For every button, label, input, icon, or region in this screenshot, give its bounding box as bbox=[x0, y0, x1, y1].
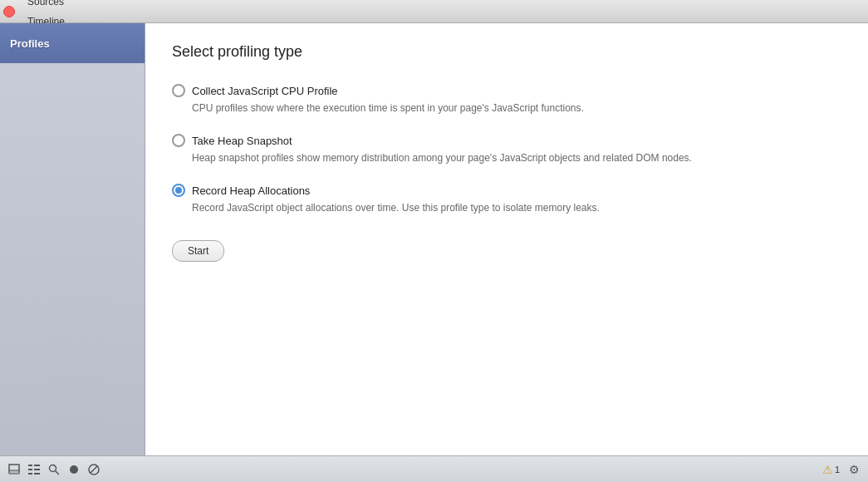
option-label-heap-alloc[interactable]: Record Heap Allocations bbox=[192, 184, 310, 197]
svg-rect-2 bbox=[28, 465, 32, 466]
svg-rect-5 bbox=[34, 469, 40, 470]
svg-rect-7 bbox=[34, 473, 40, 475]
window-controls: ✕ bbox=[3, 6, 18, 17]
option-row-cpu: Collect JavaScript CPU Profile bbox=[172, 84, 841, 97]
svg-point-10 bbox=[70, 465, 78, 474]
svg-line-12 bbox=[91, 466, 97, 473]
search-button[interactable] bbox=[45, 460, 63, 479]
option-label-heap-snapshot[interactable]: Take Heap Snapshot bbox=[192, 135, 292, 147]
record-icon bbox=[69, 465, 79, 475]
warning-icon: ⚠ bbox=[822, 463, 833, 476]
option-label-cpu[interactable]: Collect JavaScript CPU Profile bbox=[192, 85, 338, 97]
option-desc-cpu: CPU profiles show where the execution ti… bbox=[192, 101, 841, 116]
toggle-drawer-button[interactable] bbox=[5, 460, 23, 479]
sidebar-title: Profiles bbox=[0, 23, 145, 63]
content-panel: Select profiling type Collect JavaScript… bbox=[145, 23, 868, 455]
tab-bar: ✕ ElementsResourcesNetworkSourcesTimelin… bbox=[0, 0, 868, 23]
radio-heap-snapshot[interactable] bbox=[172, 134, 185, 147]
tab-sources[interactable]: Sources bbox=[18, 0, 84, 12]
console-list-button[interactable] bbox=[25, 460, 43, 479]
svg-line-9 bbox=[56, 470, 60, 475]
option-desc-heap-snapshot: Heap snapshot profiles show memory distr… bbox=[192, 150, 841, 165]
list-icon bbox=[28, 465, 40, 475]
drawer-icon bbox=[8, 464, 20, 475]
option-row-heap-snapshot: Take Heap Snapshot bbox=[172, 134, 841, 147]
start-button[interactable]: Start bbox=[172, 240, 224, 262]
record-button[interactable] bbox=[65, 460, 83, 479]
svg-rect-3 bbox=[34, 465, 40, 466]
search-icon bbox=[48, 464, 60, 475]
profile-option-cpu: Collect JavaScript CPU ProfileCPU profil… bbox=[172, 84, 841, 116]
option-desc-heap-alloc: Record JavaScript object allocations ove… bbox=[192, 200, 841, 215]
main-area: Profiles Select profiling type Collect J… bbox=[0, 23, 868, 455]
panel-title: Select profiling type bbox=[172, 43, 841, 61]
profile-option-heap-snapshot: Take Heap SnapshotHeap snapshot profiles… bbox=[172, 134, 841, 165]
sidebar-content bbox=[0, 63, 145, 455]
cancel-button[interactable] bbox=[85, 460, 103, 479]
warning-count: 1 bbox=[835, 465, 840, 475]
bottom-toolbar: ⚠ 1 ⚙ bbox=[0, 455, 868, 482]
radio-cpu[interactable] bbox=[172, 84, 185, 97]
svg-rect-6 bbox=[28, 473, 32, 475]
svg-point-8 bbox=[50, 465, 56, 471]
radio-heap-alloc[interactable] bbox=[172, 184, 185, 197]
close-button[interactable]: ✕ bbox=[3, 6, 15, 17]
option-row-heap-alloc: Record Heap Allocations bbox=[172, 184, 841, 197]
options-container: Collect JavaScript CPU ProfileCPU profil… bbox=[172, 84, 841, 215]
svg-rect-1 bbox=[9, 470, 19, 474]
settings-button[interactable]: ⚙ bbox=[845, 460, 863, 479]
profile-option-heap-alloc: Record Heap AllocationsRecord JavaScript… bbox=[172, 184, 841, 215]
warning-badge: ⚠ 1 bbox=[822, 463, 840, 476]
sidebar: Profiles bbox=[0, 23, 145, 455]
cancel-icon bbox=[88, 464, 100, 475]
svg-rect-4 bbox=[28, 469, 32, 470]
